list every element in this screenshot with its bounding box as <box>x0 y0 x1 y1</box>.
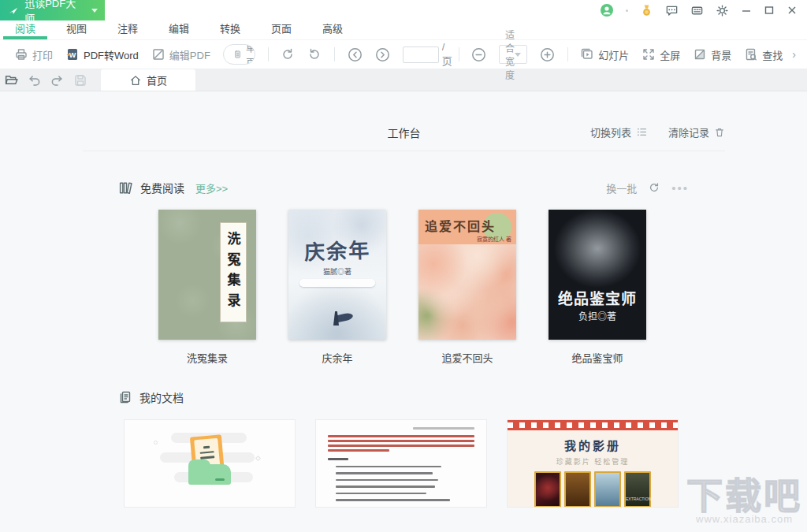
document-card-text[interactable] <box>315 419 487 508</box>
home-icon <box>129 74 142 87</box>
documents-icon <box>118 390 132 404</box>
document-card-empty[interactable] <box>124 419 296 508</box>
document-preview <box>316 420 486 508</box>
refresh-batch-label[interactable]: 换一批 <box>606 180 637 195</box>
find-icon <box>744 47 758 61</box>
app-logo-icon <box>7 4 19 17</box>
settings-gear-icon[interactable] <box>716 4 729 17</box>
book-zhuaibuhuitou[interactable]: 追爱不回头 寂寞的红人 著 追爱不回头 <box>418 210 516 365</box>
refresh-icon[interactable] <box>648 181 660 194</box>
prev-page-icon <box>348 47 363 62</box>
menu-tab-edit[interactable]: 编辑 <box>157 20 201 39</box>
page-suffix-label: /页 <box>442 41 452 68</box>
menu-tab-read[interactable]: 阅读 <box>3 20 47 39</box>
workspace-main: 工作台 切换列表 清除记录 免费阅读 更多>> 换一批 <box>0 91 807 532</box>
edit-pencil-icon <box>151 47 165 61</box>
zoom-in-icon <box>540 47 555 62</box>
menu-tab-annotate[interactable]: 注释 <box>106 20 150 39</box>
book-title-label[interactable]: 庆余年 <box>322 350 352 365</box>
user-avatar[interactable] <box>600 3 614 17</box>
messages-icon[interactable] <box>665 4 679 17</box>
my-documents-title: 我的文档 <box>139 389 184 405</box>
minimize-button[interactable] <box>741 5 752 16</box>
cover-author: 寂寞的红人 著 <box>477 235 511 243</box>
print-button[interactable]: 打印 <box>14 47 53 62</box>
book-juepinjianbaoshi[interactable]: 绝品鉴宝师 负担◎著 绝品鉴宝师 <box>549 210 646 365</box>
chevron-down-icon <box>515 53 521 57</box>
menu-tab-view[interactable]: 视图 <box>54 20 99 39</box>
maximize-button[interactable] <box>764 5 775 16</box>
cover-title: 追爱不回头 <box>425 216 513 235</box>
rotate-ccw-button[interactable] <box>307 47 322 61</box>
slideshow-button[interactable]: 幻灯片 <box>580 47 629 62</box>
undo-icon <box>27 73 42 87</box>
book-cover[interactable]: 绝品鉴宝师 负担◎著 <box>549 210 646 340</box>
next-page-button[interactable] <box>375 47 390 62</box>
card-icon[interactable] <box>690 4 704 17</box>
zoom-in-button[interactable] <box>540 47 555 62</box>
medal-icon[interactable] <box>640 4 653 17</box>
tab-home[interactable]: 首页 <box>101 69 195 91</box>
page-layout-toggle: 单页 双页 <box>223 44 255 65</box>
single-page-button[interactable]: 单页 <box>224 44 255 65</box>
album-subtitle: 珍藏影片 轻松管理 <box>508 456 678 467</box>
watermark-url: www.xiazaiba.com <box>686 513 802 525</box>
menu-tab-page[interactable]: 页面 <box>259 20 303 39</box>
menu-bar: 阅读 视图 注释 编辑 转换 页面 高级 <box>0 20 807 39</box>
poster-2 <box>564 471 591 508</box>
edit-pdf-button[interactable]: 编辑PDF <box>151 47 210 62</box>
redo-button[interactable] <box>46 69 69 91</box>
book-title-label[interactable]: 洗冤集录 <box>187 350 228 365</box>
background-icon <box>693 47 707 61</box>
my-documents-cards: 我的影册 珍藏影片 轻松管理 EXTRACTION <box>124 419 679 508</box>
book-cover[interactable]: 庆余年 猫腻◎著 <box>288 210 386 340</box>
free-reading-title: 免费阅读 <box>140 180 184 195</box>
redo-icon <box>50 73 65 87</box>
pdf-to-word-button[interactable]: W PDF转Word <box>65 47 139 62</box>
switch-list-button[interactable]: 切换列表 <box>590 125 648 140</box>
more-options-ellipsis[interactable]: ••• <box>671 181 689 195</box>
workspace-header: 工作台 切换列表 清除记录 <box>83 125 725 151</box>
toolbar-overflow-chevron[interactable]: › <box>789 48 799 61</box>
poster-1 <box>534 471 561 508</box>
folder-open-icon <box>4 73 19 87</box>
background-button[interactable]: 背景 <box>693 47 731 62</box>
page-number-input[interactable] <box>403 47 439 63</box>
book-cover[interactable]: 追爱不回头 寂寞的红人 著 <box>418 210 516 340</box>
poster-4: EXTRACTION <box>624 471 651 508</box>
rotate-cw-icon <box>281 47 295 61</box>
rotate-cw-button[interactable] <box>281 47 295 61</box>
open-file-button[interactable] <box>0 69 23 91</box>
document-card-album[interactable]: 我的影册 珍藏影片 轻松管理 EXTRACTION <box>507 419 679 508</box>
menu-tab-convert[interactable]: 转换 <box>208 20 252 39</box>
menu-tab-advanced[interactable]: 高级 <box>311 20 355 39</box>
undo-button[interactable] <box>23 69 46 91</box>
book-qingyunian[interactable]: 庆余年 猫腻◎著 庆余年 <box>288 210 386 365</box>
watermark-text: 下载吧 <box>686 476 802 516</box>
prev-page-button[interactable] <box>348 47 363 62</box>
fullscreen-icon <box>642 47 656 61</box>
free-reading-header: 免费阅读 更多>> 换一批 ••• <box>118 180 689 195</box>
zoom-mode-select[interactable]: 适合宽度 <box>499 45 527 64</box>
zoom-out-button[interactable] <box>471 47 486 62</box>
book-title-label[interactable]: 绝品鉴宝师 <box>571 350 623 365</box>
document-tabstrip: 首页 <box>0 69 807 91</box>
free-reading-books: 洗冤集录 洗冤集录 庆余年 猫腻◎著 庆余年 追爱不回头 寂寞的红人 著 追爱不… <box>158 210 646 365</box>
bookshelf-icon <box>118 180 133 195</box>
clear-records-button[interactable]: 清除记录 <box>668 125 725 140</box>
save-button[interactable] <box>69 69 91 91</box>
book-title-label[interactable]: 追爱不回头 <box>441 350 493 365</box>
app-menu-button[interactable]: 迅读PDF大师 <box>0 0 105 20</box>
chevron-down-icon <box>91 9 98 13</box>
book-xiyuanjilu[interactable]: 洗冤集录 洗冤集录 <box>158 210 256 365</box>
fullscreen-button[interactable]: 全屏 <box>642 47 680 62</box>
zoom-out-icon <box>471 47 486 62</box>
more-link[interactable]: 更多>> <box>195 180 228 195</box>
svg-text:W: W <box>69 51 76 59</box>
close-button[interactable] <box>787 5 798 16</box>
book-cover[interactable]: 洗冤集录 <box>158 210 256 340</box>
site-watermark: 下载吧 www.xiazaiba.com <box>686 476 802 525</box>
find-button[interactable]: 查找 <box>744 47 783 62</box>
word-doc-icon: W <box>65 47 80 61</box>
empty-folder-illustration <box>163 433 258 496</box>
